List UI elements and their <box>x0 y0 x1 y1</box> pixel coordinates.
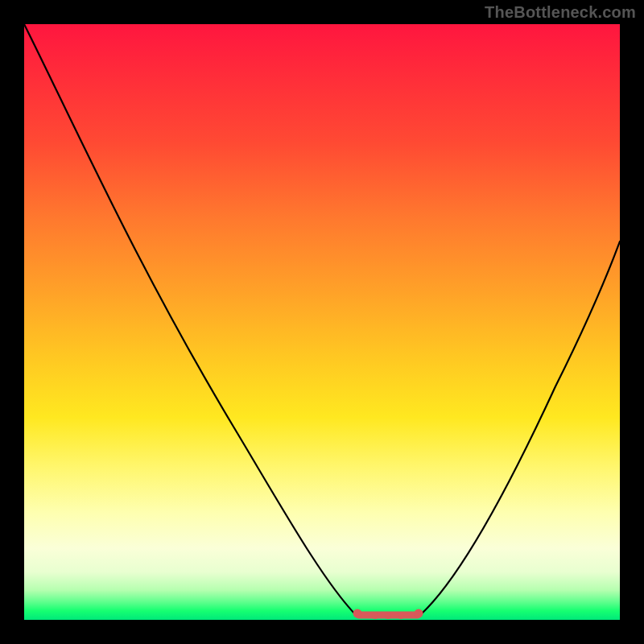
flat-region-dot-mid3 <box>398 613 404 619</box>
plot-area <box>24 24 620 620</box>
chart-frame: TheBottleneck.com <box>0 0 644 644</box>
curve-left <box>24 24 356 615</box>
flat-region-dot-left <box>353 609 362 618</box>
curves-svg <box>24 24 620 620</box>
curve-right <box>420 242 620 615</box>
watermark-text: TheBottleneck.com <box>485 3 636 22</box>
flat-region-dot-mid2 <box>385 613 391 619</box>
flat-region-dot-mid1 <box>372 613 378 619</box>
flat-region-dot-right <box>415 609 423 618</box>
